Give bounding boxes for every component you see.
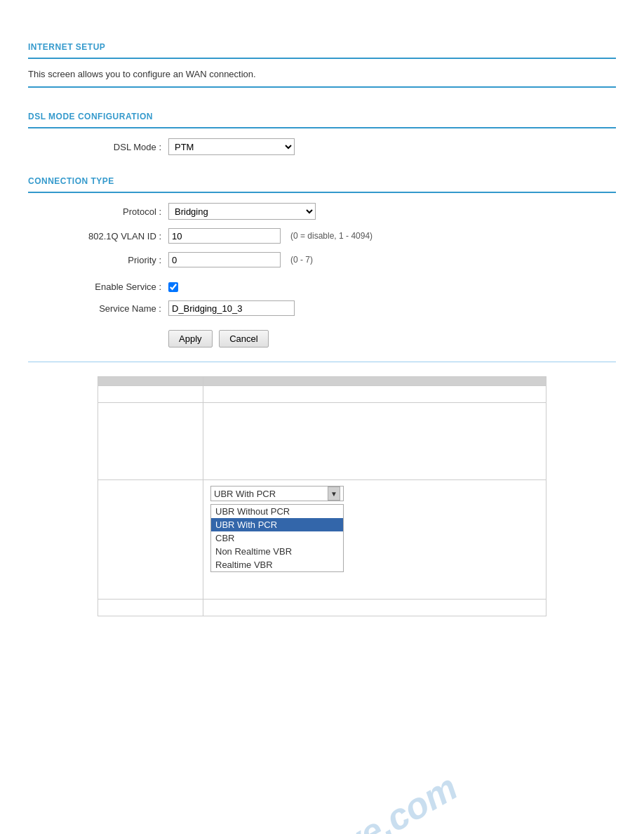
internet-setup-divider: [28, 58, 616, 59]
form-buttons: Apply Cancel: [168, 330, 616, 348]
priority-label: Priority :: [28, 255, 168, 265]
priority-hint: (0 - 7): [290, 255, 313, 265]
table-row: [98, 600, 546, 616]
service-name-label: Service Name :: [28, 303, 168, 314]
internet-setup-title: INTERNET SETUP: [28, 42, 616, 55]
bottom-divider: [28, 362, 616, 362]
service-name-input[interactable]: [168, 300, 295, 316]
protocol-label: Protocol :: [28, 206, 168, 217]
priority-input[interactable]: [168, 252, 281, 267]
dropdown-current-value: UBR With PCR: [214, 489, 328, 499]
dropdown-list: UBR Without PCR UBR With PCR CBR Non Rea…: [210, 504, 344, 572]
dsl-mode-select[interactable]: PTM ATM: [168, 138, 295, 155]
table-section: manualshive.com: [28, 376, 616, 616]
connection-type-section: CONNECTION TYPE Protocol : Bridging PPPo…: [28, 176, 616, 362]
internet-setup-section: INTERNET SETUP This screen allows you to…: [28, 42, 616, 88]
dropdown-item[interactable]: Non Realtime VBR: [211, 545, 343, 558]
dsl-mode-title: DSL MODE CONFIGURATION: [28, 112, 616, 124]
enable-service-label: Enable Service :: [28, 282, 168, 292]
data-table: UBR With PCR ▼ UBR Without PCR UBR With …: [98, 376, 546, 616]
apply-button[interactable]: Apply: [168, 330, 213, 348]
dropdown-display[interactable]: UBR With PCR ▼: [210, 486, 344, 501]
dsl-mode-divider: [28, 127, 616, 128]
vlan-input[interactable]: [168, 228, 281, 244]
dropdown-arrow-icon[interactable]: ▼: [328, 486, 340, 501]
cancel-button[interactable]: Cancel: [219, 330, 268, 348]
dsl-mode-label: DSL Mode :: [28, 142, 168, 152]
protocol-select[interactable]: Bridging PPPoE PPPoA IPoE IPoA: [168, 203, 316, 220]
enable-service-checkbox[interactable]: [168, 282, 178, 292]
table-col2-header: [203, 377, 546, 386]
dsl-mode-section: DSL MODE CONFIGURATION DSL Mode : PTM AT…: [28, 112, 616, 155]
dropdown-container: UBR With PCR ▼ UBR Without PCR UBR With …: [210, 486, 344, 572]
vlan-label: 802.1Q VLAN ID :: [28, 231, 168, 241]
connection-type-divider: [28, 192, 616, 193]
description-text: This screen allows you to configure an W…: [28, 69, 616, 79]
vlan-hint: (0 = disable, 1 - 4094): [290, 231, 373, 241]
dropdown-item[interactable]: UBR Without PCR: [211, 505, 343, 518]
watermark: manualshive.com: [178, 766, 464, 834]
table-row-dropdown: UBR With PCR ▼ UBR Without PCR UBR With …: [98, 480, 546, 600]
description-divider: [28, 86, 616, 88]
table-col1-header: [98, 377, 203, 386]
table-row: [98, 386, 546, 403]
connection-type-title: CONNECTION TYPE: [28, 176, 616, 189]
dropdown-item[interactable]: CBR: [211, 531, 343, 545]
dropdown-item[interactable]: Realtime VBR: [211, 558, 343, 571]
table-row: [98, 403, 546, 480]
dropdown-item-selected[interactable]: UBR With PCR: [211, 518, 343, 531]
